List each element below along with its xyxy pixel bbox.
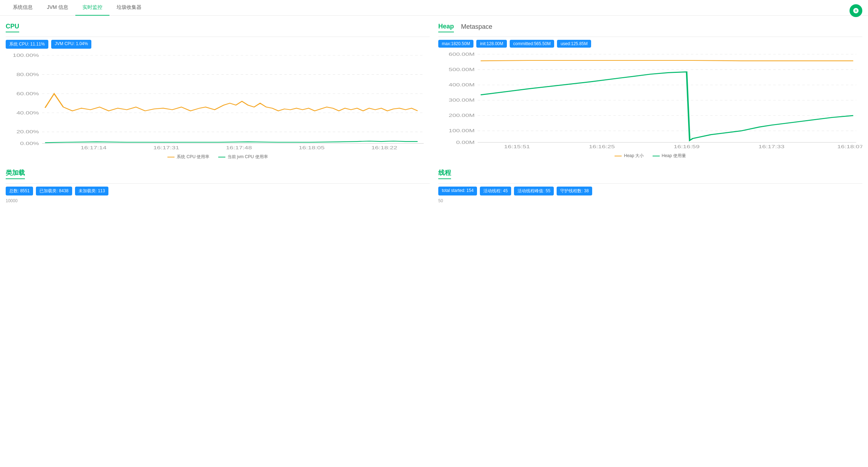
svg-text:16:17:31: 16:17:31 [153,145,179,150]
svg-text:16:18:05: 16:18:05 [299,145,325,150]
svg-text:0.00M: 0.00M [456,140,475,145]
threads-peak-badge: 活动线程峰值: 55 [514,187,554,195]
svg-text:400.00M: 400.00M [449,83,475,87]
cpu-legend-system-label: 系统 CPU 使用率 [177,154,209,160]
svg-text:60.00%: 60.00% [16,91,39,96]
svg-text:600.00M: 600.00M [449,52,475,57]
cpu-legend-jvm-label: 当前 jvm CPU 使用率 [227,154,268,160]
class-unloaded-badge: 未加载类: 113 [75,187,109,195]
heap-legend-size-label: Heap 大小 [624,153,644,159]
heap-panel: Heap Metaspace max:1820.50M init:128.00M… [438,23,862,160]
heap-title[interactable]: Heap [438,23,454,32]
heap-max-badge: max:1820.50M [438,40,473,48]
cpu-legend-jvm: 当前 jvm CPU 使用率 [218,154,268,160]
heap-chart: 600.00M 500.00M 400.00M 300.00M 200.00M … [438,50,862,150]
cpu-chart: 100.00% 80.00% 60.00% 40.00% 20.00% 0.00… [6,52,430,151]
heap-legend: Heap 大小 Heap 使用量 [438,153,862,159]
tab-jvm-info[interactable]: JVM 信息 [40,0,75,16]
svg-text:16:18:07: 16:18:07 [837,144,862,149]
class-y-start: 10000 [6,198,430,203]
cpu-legend: 系统 CPU 使用率 当前 jvm CPU 使用率 [6,154,430,160]
cpu-title: CPU [6,23,19,32]
threads-started-badge: total started: 154 [438,187,477,195]
heap-legend-size: Heap 大小 [615,153,644,159]
cpu-header: CPU [6,23,430,37]
heap-legend-used-label: Heap 使用量 [662,153,686,159]
cpu-chart-container: 100.00% 80.00% 60.00% 40.00% 20.00% 0.00… [6,52,430,151]
tab-system-info[interactable]: 系统信息 [6,0,40,16]
cpu-panel: CPU 系统 CPU: 11.11% JVM CPU: 1.04% 100.00… [6,23,430,160]
threads-header: 线程 [438,168,862,184]
heap-used-line [653,156,660,156]
svg-text:16:15:51: 16:15:51 [504,144,530,149]
class-total-badge: 总数: 8551 [6,187,33,195]
svg-text:16:18:22: 16:18:22 [371,145,397,150]
rocket-button[interactable] [850,4,862,17]
cpu-jvm-line [218,157,225,157]
svg-text:500.00M: 500.00M [449,68,475,72]
class-load-title: 类加载 [6,168,25,179]
tab-realtime[interactable]: 实时监控 [75,0,109,16]
svg-text:20.00%: 20.00% [16,130,39,134]
heap-size-line [615,156,622,156]
cpu-jvm-badge: JVM CPU: 1.04% [51,40,91,49]
cpu-system-line [167,157,175,157]
class-loaded-badge: 已加载类: 8438 [36,187,72,195]
svg-text:16:16:25: 16:16:25 [589,144,615,149]
cpu-system-badge: 系统 CPU: 11.11% [6,40,48,49]
svg-text:200.00M: 200.00M [449,113,475,118]
svg-text:16:16:59: 16:16:59 [674,144,700,149]
heap-badges: max:1820.50M init:128.00M committed:565.… [438,40,862,48]
svg-text:0.00%: 0.00% [20,141,39,146]
tab-bar: 系统信息 JVM 信息 实时监控 垃圾收集器 [0,0,868,16]
threads-panel: 线程 total started: 154 活动线程: 45 活动线程峰值: 5… [438,168,862,203]
svg-text:80.00%: 80.00% [16,72,39,77]
threads-active-badge: 活动线程: 45 [480,187,511,195]
heap-header: Heap Metaspace [438,23,862,37]
threads-badges: total started: 154 活动线程: 45 活动线程峰值: 55 守… [438,187,862,195]
threads-daemon-badge: 守护线程数: 38 [557,187,592,195]
rocket-icon [853,7,859,14]
threads-y-start: 50 [438,198,862,203]
svg-text:100.00%: 100.00% [13,53,39,58]
class-load-panel: 类加载 总数: 8551 已加载类: 8438 未加载类: 113 10000 [6,168,430,203]
svg-text:16:17:48: 16:17:48 [226,145,252,150]
heap-committed-badge: committed:565.50M [510,40,554,48]
metaspace-title[interactable]: Metaspace [461,23,492,32]
tab-gc[interactable]: 垃圾收集器 [109,0,149,16]
threads-title: 线程 [438,168,451,179]
svg-text:16:17:33: 16:17:33 [759,144,784,149]
class-load-badges: 总数: 8551 已加载类: 8438 未加载类: 113 [6,187,430,195]
heap-legend-used: Heap 使用量 [653,153,686,159]
heap-chart-container: 600.00M 500.00M 400.00M 300.00M 200.00M … [438,50,862,150]
heap-used-badge: used:125.85M [557,40,591,48]
cpu-badges: 系统 CPU: 11.11% JVM CPU: 1.04% [6,40,430,49]
svg-text:100.00M: 100.00M [449,129,475,133]
svg-text:300.00M: 300.00M [449,98,475,103]
class-load-header: 类加载 [6,168,430,184]
svg-text:40.00%: 40.00% [16,111,39,115]
cpu-legend-system: 系统 CPU 使用率 [167,154,209,160]
heap-init-badge: init:128.00M [476,40,507,48]
svg-text:16:17:14: 16:17:14 [81,145,107,150]
